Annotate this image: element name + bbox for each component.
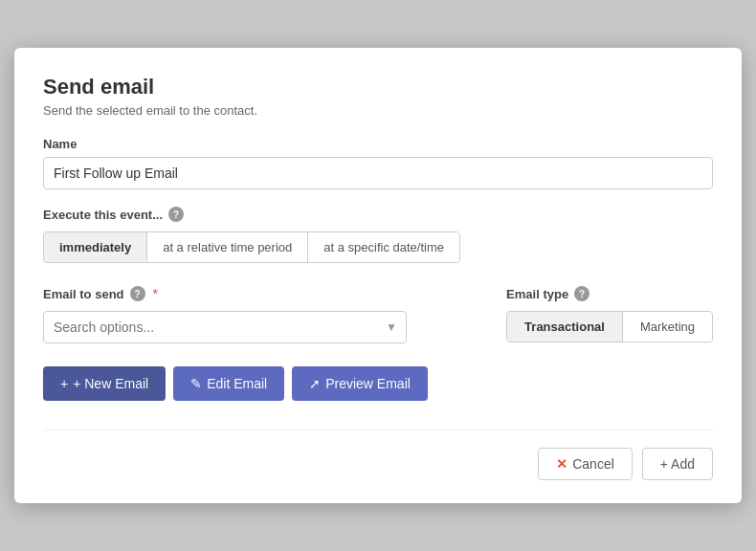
name-label: Name: [43, 137, 713, 151]
name-input[interactable]: [43, 157, 713, 189]
preview-icon: ➚: [309, 376, 321, 391]
execute-timing-group: immediately at a relative time period at…: [43, 231, 460, 263]
email-to-send-col: Email to send ? * ▼: [43, 286, 468, 343]
email-to-send-help-icon[interactable]: ?: [130, 286, 145, 301]
email-type-marketing[interactable]: Marketing: [623, 312, 712, 342]
edit-email-label: Edit Email: [207, 376, 267, 391]
email-options-row: Email to send ? * ▼ Email type ? Transac…: [43, 286, 713, 343]
cancel-button[interactable]: ✕ Cancel: [538, 448, 633, 480]
email-search-dropdown: ▼: [43, 311, 407, 343]
action-buttons-row: + + New Email ✎ Edit Email ➚ Preview Ema…: [43, 366, 713, 401]
email-type-label-row: Email type ?: [506, 286, 713, 301]
add-label: + Add: [660, 456, 695, 472]
cancel-label: Cancel: [572, 456, 614, 472]
modal-subtitle: Send the selected email to the contact.: [43, 103, 713, 118]
preview-email-label: Preview Email: [325, 376, 411, 391]
required-indicator: *: [153, 286, 158, 301]
email-type-transactional[interactable]: Transactional: [507, 312, 623, 342]
timing-specific[interactable]: at a specific date/time: [308, 232, 459, 262]
footer-buttons: ✕ Cancel + Add: [43, 430, 713, 480]
execute-help-icon[interactable]: ?: [168, 207, 184, 222]
email-search-input[interactable]: [43, 311, 407, 343]
plus-icon: +: [60, 376, 68, 391]
send-email-modal: Send email Send the selected email to th…: [14, 48, 742, 503]
email-type-label: Email type: [506, 287, 568, 301]
timing-immediately[interactable]: immediately: [44, 232, 147, 262]
email-type-col: Email type ? Transactional Marketing: [506, 286, 713, 343]
email-to-send-label: Email to send: [43, 287, 124, 301]
new-email-label: + New Email: [73, 376, 148, 391]
execute-label-row: Execute this event... ?: [43, 207, 713, 222]
edit-icon: ✎: [190, 376, 202, 391]
email-type-help-icon[interactable]: ?: [574, 286, 589, 301]
add-button[interactable]: + Add: [642, 448, 713, 480]
email-to-send-label-row: Email to send ? *: [43, 286, 468, 301]
timing-relative[interactable]: at a relative time period: [147, 232, 308, 262]
email-type-group: Transactional Marketing: [506, 311, 713, 342]
cancel-x-icon: ✕: [556, 456, 567, 472]
edit-email-button[interactable]: ✎ Edit Email: [173, 366, 284, 401]
modal-title: Send email: [43, 75, 713, 99]
preview-email-button[interactable]: ➚ Preview Email: [292, 366, 428, 401]
new-email-button[interactable]: + + New Email: [43, 366, 166, 401]
modal-overlay: Send email Send the selected email to th…: [0, 0, 756, 551]
execute-label: Execute this event...: [43, 208, 163, 222]
